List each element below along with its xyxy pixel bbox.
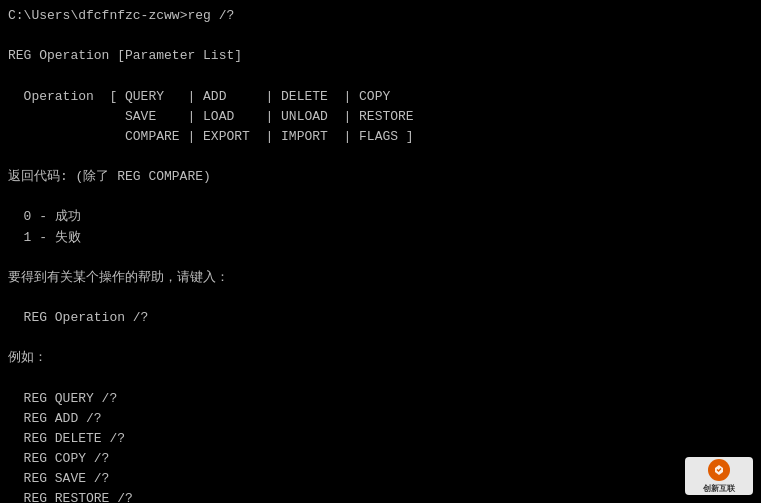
terminal-line: Operation [ QUERY | ADD | DELETE | COPY	[8, 87, 753, 107]
terminal-line	[8, 288, 753, 308]
terminal-line: C:\Users\dfcfnfzc-zcww>reg /?	[8, 6, 753, 26]
terminal-line: REG COPY /?	[8, 449, 753, 469]
terminal-line: COMPARE | EXPORT | IMPORT | FLAGS ]	[8, 127, 753, 147]
terminal-line: REG RESTORE /?	[8, 489, 753, 503]
terminal-line	[8, 369, 753, 389]
logo-icon	[708, 459, 730, 481]
terminal-line: REG SAVE /?	[8, 469, 753, 489]
terminal-line: REG Operation /?	[8, 308, 753, 328]
terminal-line: REG ADD /?	[8, 409, 753, 429]
terminal-line	[8, 328, 753, 348]
terminal-line: REG Operation [Parameter List]	[8, 46, 753, 66]
terminal-line	[8, 147, 753, 167]
terminal-line	[8, 187, 753, 207]
terminal-line: REG DELETE /?	[8, 429, 753, 449]
terminal-line: 0 - 成功	[8, 207, 753, 227]
terminal-line: 要得到有关某个操作的帮助，请键入：	[8, 268, 753, 288]
terminal-line	[8, 248, 753, 268]
terminal-line: REG QUERY /?	[8, 389, 753, 409]
terminal-line	[8, 66, 753, 86]
terminal-line: 例如：	[8, 348, 753, 368]
watermark-text: 创新互联	[703, 483, 735, 494]
terminal-line: SAVE | LOAD | UNLOAD | RESTORE	[8, 107, 753, 127]
terminal-window: C:\Users\dfcfnfzc-zcww>reg /? REG Operat…	[0, 0, 761, 503]
terminal-line: 1 - 失败	[8, 228, 753, 248]
terminal-line	[8, 26, 753, 46]
watermark-logo: 创新互联	[685, 457, 753, 495]
terminal-line: 返回代码: (除了 REG COMPARE)	[8, 167, 753, 187]
